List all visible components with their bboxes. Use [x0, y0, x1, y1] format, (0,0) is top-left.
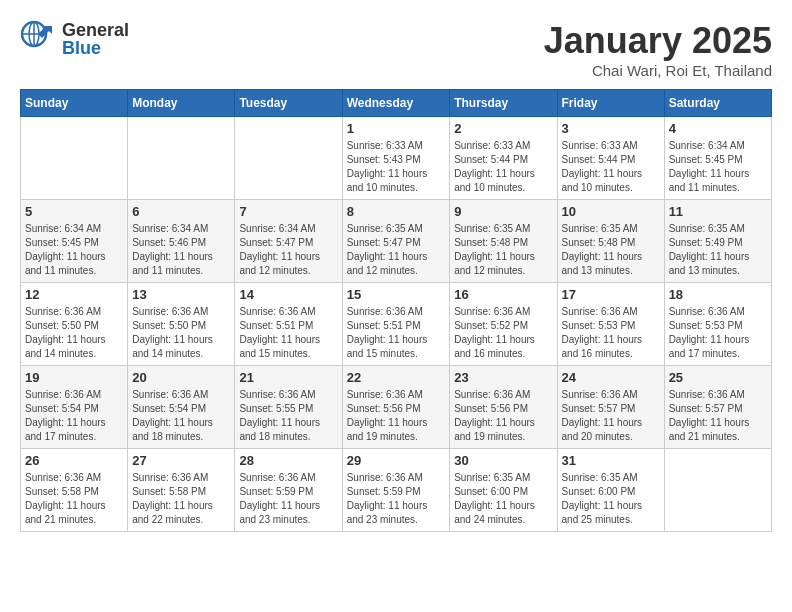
weekday-header-thursday: Thursday	[450, 90, 557, 117]
calendar-cell: 11Sunrise: 6:35 AM Sunset: 5:49 PM Dayli…	[664, 200, 771, 283]
calendar-cell: 30Sunrise: 6:35 AM Sunset: 6:00 PM Dayli…	[450, 449, 557, 532]
day-number: 2	[454, 121, 552, 136]
day-number: 26	[25, 453, 123, 468]
calendar-cell: 26Sunrise: 6:36 AM Sunset: 5:58 PM Dayli…	[21, 449, 128, 532]
day-info: Sunrise: 6:34 AM Sunset: 5:45 PM Dayligh…	[25, 222, 123, 278]
calendar-cell: 3Sunrise: 6:33 AM Sunset: 5:44 PM Daylig…	[557, 117, 664, 200]
day-number: 18	[669, 287, 767, 302]
day-info: Sunrise: 6:35 AM Sunset: 5:48 PM Dayligh…	[562, 222, 660, 278]
day-number: 7	[239, 204, 337, 219]
weekday-header-row: SundayMondayTuesdayWednesdayThursdayFrid…	[21, 90, 772, 117]
day-info: Sunrise: 6:34 AM Sunset: 5:46 PM Dayligh…	[132, 222, 230, 278]
day-info: Sunrise: 6:35 AM Sunset: 5:49 PM Dayligh…	[669, 222, 767, 278]
calendar-cell: 28Sunrise: 6:36 AM Sunset: 5:59 PM Dayli…	[235, 449, 342, 532]
logo-general-text: General	[62, 21, 129, 39]
day-info: Sunrise: 6:35 AM Sunset: 6:00 PM Dayligh…	[454, 471, 552, 527]
day-info: Sunrise: 6:36 AM Sunset: 5:50 PM Dayligh…	[25, 305, 123, 361]
day-info: Sunrise: 6:36 AM Sunset: 5:51 PM Dayligh…	[239, 305, 337, 361]
calendar-cell: 10Sunrise: 6:35 AM Sunset: 5:48 PM Dayli…	[557, 200, 664, 283]
weekday-header-sunday: Sunday	[21, 90, 128, 117]
day-info: Sunrise: 6:36 AM Sunset: 5:59 PM Dayligh…	[347, 471, 446, 527]
day-number: 13	[132, 287, 230, 302]
day-info: Sunrise: 6:36 AM Sunset: 5:55 PM Dayligh…	[239, 388, 337, 444]
calendar-cell: 31Sunrise: 6:35 AM Sunset: 6:00 PM Dayli…	[557, 449, 664, 532]
day-info: Sunrise: 6:36 AM Sunset: 5:56 PM Dayligh…	[347, 388, 446, 444]
day-info: Sunrise: 6:33 AM Sunset: 5:44 PM Dayligh…	[562, 139, 660, 195]
day-number: 22	[347, 370, 446, 385]
calendar-cell: 14Sunrise: 6:36 AM Sunset: 5:51 PM Dayli…	[235, 283, 342, 366]
calendar-cell: 24Sunrise: 6:36 AM Sunset: 5:57 PM Dayli…	[557, 366, 664, 449]
calendar-cell: 4Sunrise: 6:34 AM Sunset: 5:45 PM Daylig…	[664, 117, 771, 200]
day-number: 8	[347, 204, 446, 219]
calendar-cell: 7Sunrise: 6:34 AM Sunset: 5:47 PM Daylig…	[235, 200, 342, 283]
day-info: Sunrise: 6:36 AM Sunset: 5:57 PM Dayligh…	[669, 388, 767, 444]
day-number: 23	[454, 370, 552, 385]
day-info: Sunrise: 6:36 AM Sunset: 5:52 PM Dayligh…	[454, 305, 552, 361]
calendar-week-row: 12Sunrise: 6:36 AM Sunset: 5:50 PM Dayli…	[21, 283, 772, 366]
day-info: Sunrise: 6:34 AM Sunset: 5:47 PM Dayligh…	[239, 222, 337, 278]
day-info: Sunrise: 6:36 AM Sunset: 5:58 PM Dayligh…	[25, 471, 123, 527]
calendar-week-row: 19Sunrise: 6:36 AM Sunset: 5:54 PM Dayli…	[21, 366, 772, 449]
calendar-cell: 27Sunrise: 6:36 AM Sunset: 5:58 PM Dayli…	[128, 449, 235, 532]
day-number: 27	[132, 453, 230, 468]
calendar-cell: 25Sunrise: 6:36 AM Sunset: 5:57 PM Dayli…	[664, 366, 771, 449]
day-number: 6	[132, 204, 230, 219]
month-title: January 2025	[544, 20, 772, 62]
day-number: 12	[25, 287, 123, 302]
calendar-week-row: 1Sunrise: 6:33 AM Sunset: 5:43 PM Daylig…	[21, 117, 772, 200]
day-info: Sunrise: 6:35 AM Sunset: 5:47 PM Dayligh…	[347, 222, 446, 278]
day-info: Sunrise: 6:35 AM Sunset: 6:00 PM Dayligh…	[562, 471, 660, 527]
calendar-cell: 21Sunrise: 6:36 AM Sunset: 5:55 PM Dayli…	[235, 366, 342, 449]
day-number: 3	[562, 121, 660, 136]
calendar-week-row: 26Sunrise: 6:36 AM Sunset: 5:58 PM Dayli…	[21, 449, 772, 532]
weekday-header-friday: Friday	[557, 90, 664, 117]
page-header: General Blue January 2025 Chai Wari, Roi…	[20, 20, 772, 79]
calendar-cell	[664, 449, 771, 532]
title-block: January 2025 Chai Wari, Roi Et, Thailand	[544, 20, 772, 79]
calendar-cell: 5Sunrise: 6:34 AM Sunset: 5:45 PM Daylig…	[21, 200, 128, 283]
day-info: Sunrise: 6:36 AM Sunset: 5:58 PM Dayligh…	[132, 471, 230, 527]
calendar-week-row: 5Sunrise: 6:34 AM Sunset: 5:45 PM Daylig…	[21, 200, 772, 283]
day-number: 5	[25, 204, 123, 219]
day-number: 29	[347, 453, 446, 468]
day-number: 9	[454, 204, 552, 219]
calendar-cell: 22Sunrise: 6:36 AM Sunset: 5:56 PM Dayli…	[342, 366, 450, 449]
calendar-cell: 9Sunrise: 6:35 AM Sunset: 5:48 PM Daylig…	[450, 200, 557, 283]
weekday-header-tuesday: Tuesday	[235, 90, 342, 117]
day-number: 31	[562, 453, 660, 468]
day-info: Sunrise: 6:33 AM Sunset: 5:43 PM Dayligh…	[347, 139, 446, 195]
day-info: Sunrise: 6:34 AM Sunset: 5:45 PM Dayligh…	[669, 139, 767, 195]
day-number: 25	[669, 370, 767, 385]
day-number: 11	[669, 204, 767, 219]
day-info: Sunrise: 6:36 AM Sunset: 5:50 PM Dayligh…	[132, 305, 230, 361]
day-info: Sunrise: 6:36 AM Sunset: 5:54 PM Dayligh…	[25, 388, 123, 444]
day-info: Sunrise: 6:36 AM Sunset: 5:57 PM Dayligh…	[562, 388, 660, 444]
calendar-cell: 13Sunrise: 6:36 AM Sunset: 5:50 PM Dayli…	[128, 283, 235, 366]
day-number: 28	[239, 453, 337, 468]
calendar-cell	[21, 117, 128, 200]
calendar-cell	[235, 117, 342, 200]
day-info: Sunrise: 6:36 AM Sunset: 5:54 PM Dayligh…	[132, 388, 230, 444]
weekday-header-monday: Monday	[128, 90, 235, 117]
calendar-cell: 18Sunrise: 6:36 AM Sunset: 5:53 PM Dayli…	[664, 283, 771, 366]
day-number: 17	[562, 287, 660, 302]
location-text: Chai Wari, Roi Et, Thailand	[544, 62, 772, 79]
calendar-cell: 16Sunrise: 6:36 AM Sunset: 5:52 PM Dayli…	[450, 283, 557, 366]
day-number: 19	[25, 370, 123, 385]
day-info: Sunrise: 6:35 AM Sunset: 5:48 PM Dayligh…	[454, 222, 552, 278]
weekday-header-wednesday: Wednesday	[342, 90, 450, 117]
day-number: 1	[347, 121, 446, 136]
logo: General Blue	[20, 20, 129, 58]
calendar-cell	[128, 117, 235, 200]
day-number: 4	[669, 121, 767, 136]
calendar-cell: 15Sunrise: 6:36 AM Sunset: 5:51 PM Dayli…	[342, 283, 450, 366]
calendar-cell: 6Sunrise: 6:34 AM Sunset: 5:46 PM Daylig…	[128, 200, 235, 283]
day-info: Sunrise: 6:36 AM Sunset: 5:51 PM Dayligh…	[347, 305, 446, 361]
day-number: 24	[562, 370, 660, 385]
calendar-cell: 8Sunrise: 6:35 AM Sunset: 5:47 PM Daylig…	[342, 200, 450, 283]
weekday-header-saturday: Saturday	[664, 90, 771, 117]
calendar-cell: 2Sunrise: 6:33 AM Sunset: 5:44 PM Daylig…	[450, 117, 557, 200]
calendar-cell: 19Sunrise: 6:36 AM Sunset: 5:54 PM Dayli…	[21, 366, 128, 449]
day-number: 30	[454, 453, 552, 468]
day-number: 10	[562, 204, 660, 219]
